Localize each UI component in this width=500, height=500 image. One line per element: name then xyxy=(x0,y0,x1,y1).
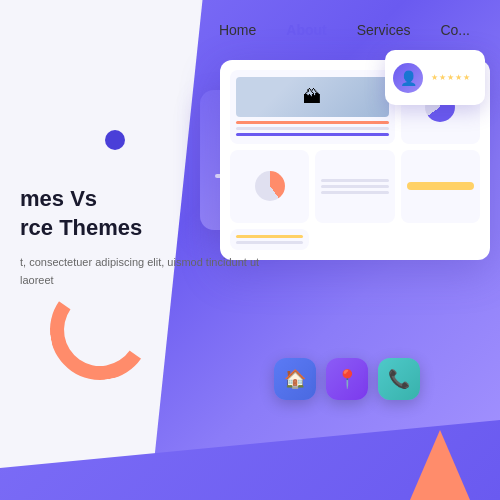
blue-dot-decoration xyxy=(105,130,125,150)
nav-links: Home About Services Co... xyxy=(219,21,470,39)
star-rating: ★★★★★ xyxy=(431,73,471,82)
image-placeholder xyxy=(236,77,389,117)
nav-item-contact[interactable]: Co... xyxy=(440,21,470,39)
phone-icon: 📞 xyxy=(388,368,410,390)
nav-item-services[interactable]: Services xyxy=(357,21,411,39)
avatar: 👤 xyxy=(393,63,423,93)
text-line-3 xyxy=(321,191,388,194)
hero-title: mes Vs rce Themes xyxy=(20,185,260,242)
text-line-2 xyxy=(321,185,388,188)
bottom-icon-row: 🏠 📍 📞 xyxy=(274,358,420,400)
text-line-1 xyxy=(321,179,388,182)
nav-link-services[interactable]: Services xyxy=(357,22,411,38)
home-icon: 🏠 xyxy=(284,368,306,390)
yellow-progress-bar xyxy=(407,182,474,190)
location-icon-button[interactable]: 📍 xyxy=(326,358,368,400)
card-line-purple xyxy=(236,133,389,136)
nav-link-home[interactable]: Home xyxy=(219,22,256,38)
hero-subtitle: t, consectetuer adipiscing elit, uismod … xyxy=(20,254,260,289)
screen-card-bar xyxy=(401,150,480,224)
card-line-orange xyxy=(236,121,389,124)
screen-card-text xyxy=(315,150,394,224)
hero-title-line1: mes Vs xyxy=(20,186,97,211)
card-lines-1 xyxy=(236,121,389,136)
hero-title-line2: rce Themes xyxy=(20,215,142,240)
nav-item-home[interactable]: Home xyxy=(219,21,256,39)
user-icon: 👤 xyxy=(400,70,417,86)
nav-item-about[interactable]: About xyxy=(286,21,326,39)
nav-link-about[interactable]: About xyxy=(286,22,326,38)
profile-card: 👤 ★★★★★ xyxy=(385,50,485,105)
screen-card-image xyxy=(230,70,395,144)
profile-info: ★★★★★ xyxy=(431,73,471,82)
phone-icon-button[interactable]: 📞 xyxy=(378,358,420,400)
nav-link-contact[interactable]: Co... xyxy=(440,22,470,38)
card-lines-2 xyxy=(321,179,388,194)
home-icon-button[interactable]: 🏠 xyxy=(274,358,316,400)
location-icon: 📍 xyxy=(336,368,358,390)
card-line-gray xyxy=(236,127,389,130)
hero-text-section: mes Vs rce Themes t, consectetuer adipis… xyxy=(20,185,260,289)
